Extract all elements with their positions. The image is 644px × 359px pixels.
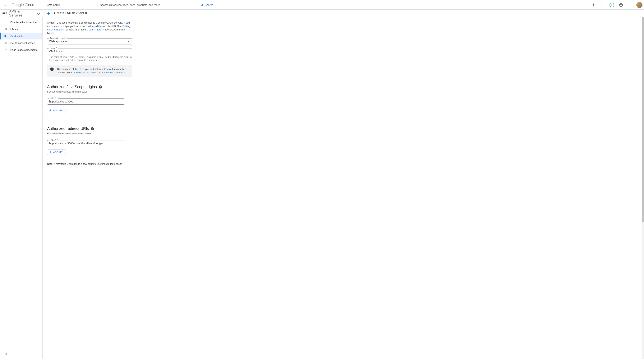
authorized-domains-link[interactable]: authorized domains ⬀ — [102, 71, 126, 74]
name-input-field[interactable] — [49, 50, 130, 53]
svg-point-2 — [45, 4, 46, 5]
svg-point-0 — [44, 4, 45, 4]
search-input[interactable]: Search (/) for resources, docs, products… — [98, 2, 198, 8]
chevron-left-icon — [4, 352, 7, 356]
js-uri-label: URIs 1 * — [49, 97, 58, 99]
search-button-label: Search — [205, 3, 213, 6]
redirect-help[interactable]: ? — [91, 127, 94, 130]
svg-point-1 — [43, 4, 44, 5]
more-vert-icon — [628, 3, 632, 7]
page-title: Create OAuth client ID — [54, 11, 88, 15]
app-type-value: Web application — [49, 40, 68, 43]
project-name: cms-admin — [47, 3, 60, 6]
js-origins-help[interactable]: ? — [99, 85, 102, 88]
name-label: Name * — [49, 47, 58, 49]
key-icon — [4, 34, 8, 38]
redirect-desc: For use with requests from a web server — [47, 132, 640, 135]
name-input[interactable] — [47, 48, 132, 54]
nav-library[interactable]: Library — [0, 26, 42, 32]
dropdown-icon — [127, 40, 130, 43]
redirect-uri-input[interactable] — [47, 140, 124, 146]
google-cloud-logo[interactable]: Google Cloud — [11, 3, 35, 7]
external-link-icon: ⬀ — [124, 71, 126, 74]
nav-credentials[interactable]: Credentials — [0, 32, 42, 39]
grid-icon — [4, 21, 8, 24]
more-button[interactable] — [626, 1, 634, 9]
arrow-back-icon — [46, 11, 51, 15]
js-uri-field[interactable] — [49, 100, 122, 103]
svg-point-3 — [44, 5, 45, 6]
nav-label: Page usage agreements — [10, 48, 38, 51]
main-content: A client ID is used to identify a single… — [42, 17, 644, 359]
info-icon: i — [50, 67, 54, 71]
redirect-uri-field[interactable] — [49, 142, 122, 145]
search-icon — [200, 3, 204, 7]
api-logo: API — [2, 12, 7, 15]
add-js-uri-button[interactable]: ADD URI — [47, 108, 66, 113]
add-redirect-uri-button[interactable]: ADD URI — [47, 149, 66, 155]
pin-icon — [37, 12, 40, 15]
plus-icon — [49, 151, 52, 154]
plus-icon — [49, 109, 52, 112]
js-origins-desc: For use with requests from a browser — [47, 90, 640, 93]
google-logo-text: Google — [12, 3, 24, 7]
js-origins-title: Authorized JavaScript origins — [47, 85, 97, 89]
collapse-sidebar-button[interactable] — [2, 351, 8, 357]
app-type-label: Application type * — [49, 37, 67, 39]
search-button[interactable]: Search — [198, 2, 216, 8]
nav-page-usage[interactable]: Page usage agreements — [0, 46, 42, 53]
info-box: i The domains of the URIs you add below … — [47, 65, 132, 77]
external-link-icon: ⬀ — [62, 28, 64, 31]
cloud-shell-button[interactable] — [599, 1, 606, 9]
svg-point-7 — [6, 23, 6, 23]
dropdown-icon — [62, 3, 66, 7]
external-link-icon: ⬀ — [102, 28, 104, 31]
cloud-logo-text: Cloud — [25, 3, 34, 7]
back-button[interactable] — [46, 10, 52, 16]
project-picker[interactable]: cms-admin — [41, 2, 67, 8]
redirect-uri-label: URIs 1 * — [49, 139, 58, 141]
sparkle-icon — [591, 3, 596, 7]
nav-label: Enabled APIs & services — [10, 21, 38, 24]
nav-oauth-consent[interactable]: OAuth consent screen — [0, 39, 42, 46]
project-icon — [43, 3, 46, 6]
name-helper: The name of your OAuth 2.0 client. This … — [47, 55, 132, 62]
nav-label: OAuth consent screen — [10, 41, 35, 44]
scrollbar[interactable] — [642, 17, 644, 359]
agreements-icon — [4, 48, 8, 51]
svg-point-5 — [5, 22, 6, 22]
notifications-button[interactable]: 1 — [608, 1, 616, 9]
svg-point-4 — [6, 21, 6, 22]
help-button[interactable] — [617, 1, 625, 9]
consent-icon — [4, 41, 8, 44]
terminal-icon — [601, 3, 604, 7]
svg-point-8 — [6, 22, 6, 22]
nav-label: Credentials — [10, 35, 23, 37]
page-subheader: API APIs & Services Create OAuth client … — [0, 9, 644, 17]
main-menu-button[interactable] — [2, 1, 9, 9]
svg-point-6 — [6, 22, 7, 22]
account-avatar[interactable] — [636, 2, 642, 8]
redirect-title: Authorized redirect URIs — [47, 126, 89, 131]
global-header: Google Cloud cms-admin Search (/) for re… — [0, 0, 644, 9]
sidebar: Enabled APIs & services Library Credenti… — [0, 17, 42, 359]
help-icon — [619, 3, 623, 7]
nav-label: Library — [10, 28, 18, 31]
nav-enabled-apis[interactable]: Enabled APIs & services — [0, 19, 42, 26]
oauth-consent-link[interactable]: OAuth consent screen — [73, 71, 97, 74]
intro-text: A client ID is used to identify a single… — [47, 21, 132, 35]
gemini-button[interactable] — [590, 1, 597, 9]
notification-badge: 1 — [610, 3, 614, 7]
learn-more-link[interactable]: Learn more ⬀ — [88, 28, 104, 31]
search-placeholder: Search (/) for resources, docs, products… — [100, 3, 160, 6]
library-icon — [4, 27, 8, 31]
hamburger-icon — [4, 3, 7, 7]
js-uri-input[interactable] — [47, 98, 124, 105]
service-title: APIs & Services — [9, 9, 33, 17]
note-text: Note: It may take 5 minutes to a few hou… — [47, 162, 640, 165]
pin-button[interactable] — [36, 10, 42, 16]
